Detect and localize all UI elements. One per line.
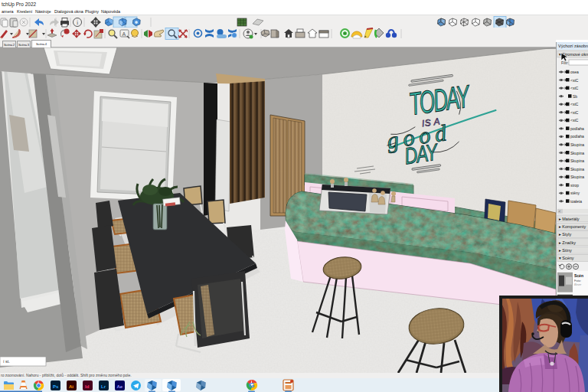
svg-text:Ae: Ae (117, 384, 123, 389)
svg-text:<stC: <stC (570, 118, 579, 122)
svg-text:▾ Scény: ▾ Scény (559, 256, 574, 260)
svg-text:Skupina: Skupina (570, 158, 584, 163)
svg-text:Scén: Scén (574, 273, 583, 278)
svg-text:Skupina: Skupina (570, 151, 584, 155)
svg-text:stěny: stěny (570, 191, 580, 195)
svg-text:podlaha: podlaha (570, 126, 584, 131)
svg-text:▸ Komponenty: ▸ Komponenty (559, 224, 586, 229)
svg-text:<stC: <stC (570, 86, 579, 90)
svg-text:Ai: Ai (69, 384, 74, 389)
svg-text:Lr: Lr (101, 384, 106, 389)
svg-text:Sb: Sb (573, 94, 577, 99)
svg-text:osea: osea (570, 70, 579, 74)
svg-text:Skupina: Skupina (570, 142, 584, 147)
svg-text:Beze: Beze (574, 283, 582, 286)
svg-text:Id: Id (85, 384, 90, 389)
svg-text:<stC: <stC (570, 102, 579, 106)
svg-text:G: G (250, 381, 255, 389)
svg-text:podlaha: podlaha (570, 134, 584, 139)
svg-text:DAY: DAY (403, 139, 440, 169)
svg-text:<: < (559, 209, 561, 214)
svg-text:<stC: <stC (570, 78, 579, 83)
svg-text:<stC: <stC (570, 110, 579, 115)
svg-text:i: i (77, 19, 79, 26)
svg-text:strop: strop (570, 183, 579, 188)
svg-text:▸ Stíny: ▸ Stíny (559, 248, 572, 253)
svg-text:Výchozí zásobník: Výchozí zásobník (558, 44, 588, 48)
svg-text:Ps: Ps (53, 384, 59, 389)
svg-text:Filtr:: Filtr: (561, 60, 569, 65)
svg-text:▸ Styly: ▸ Styly (559, 232, 571, 237)
svg-text:Skupina: Skupina (570, 175, 584, 179)
svg-text:A: A (122, 31, 126, 37)
svg-text:í st.: í st. (3, 359, 10, 364)
svg-text:Skupina: Skupina (570, 167, 584, 172)
svg-text:▸ Značky: ▸ Značky (559, 240, 576, 245)
svg-text:toaleta: toaleta (570, 199, 582, 204)
svg-text:▸ Materiály: ▸ Materiály (559, 217, 580, 221)
